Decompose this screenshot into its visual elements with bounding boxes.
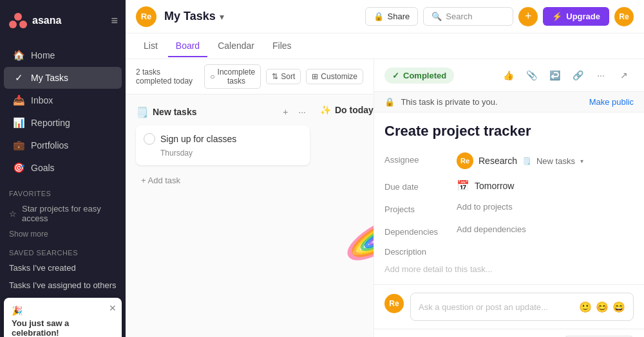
home-icon: 🏠 <box>13 50 24 61</box>
emoji-smile-icon[interactable]: 🙂 <box>579 301 592 313</box>
incomplete-tasks-filter[interactable]: ○ Incomplete tasks <box>204 64 261 89</box>
due-date-value[interactable]: 📅 Tomorrow <box>457 179 634 192</box>
topbar: Re My Tasks ▾ 🔒 Share 🔍 Search + ⚡ Upgra… <box>126 0 644 33</box>
search-box[interactable]: 🔍 Search <box>423 7 513 26</box>
sidebar-item-home[interactable]: 🏠 Home <box>4 44 122 66</box>
projects-label: Projects <box>384 202 449 214</box>
description-placeholder[interactable]: Add more detail to this task... <box>384 264 634 274</box>
make-public-button[interactable]: Make public <box>589 97 634 107</box>
add-task-button[interactable]: + Add task <box>136 170 310 190</box>
sidebar-item-inbox[interactable]: 📥 Inbox <box>4 89 122 111</box>
sidebar-item-my-tasks-label: My Tasks <box>31 73 68 83</box>
tab-board[interactable]: Board <box>168 35 207 57</box>
toast-close-button[interactable]: ✕ <box>109 303 117 313</box>
toolbar-actions: ○ Incomplete tasks ⇅ Sort ⊞ Customize <box>204 64 363 89</box>
share-icon: 🔒 <box>374 12 384 21</box>
topbar-right: 🔒 Share 🔍 Search + ⚡ Upgrade Re <box>365 7 634 26</box>
link-button[interactable]: 🔗 <box>568 66 587 85</box>
inbox-icon: 📥 <box>13 95 24 106</box>
show-more-button[interactable]: Show more <box>0 227 126 241</box>
upgrade-button[interactable]: ⚡ Upgrade <box>543 7 609 26</box>
emoji-happy-icon[interactable]: 😊 <box>596 301 609 313</box>
add-projects-button[interactable]: Add to projects <box>457 202 513 212</box>
completed-badge[interactable]: ✓ Completed <box>384 68 454 84</box>
new-tasks-add-button[interactable]: + <box>279 105 292 119</box>
add-button[interactable]: + <box>518 7 538 26</box>
dependencies-value: Add dependencies <box>457 224 634 234</box>
due-date-label: Due date <box>384 179 449 192</box>
tab-calendar[interactable]: Calendar <box>210 35 262 57</box>
my-tasks-icon: ✓ <box>13 72 24 84</box>
comment-emoji-row: 🙂 😊 😄 <box>579 301 625 313</box>
lightning-icon: ⚡ <box>552 12 562 21</box>
portfolios-icon: 💼 <box>13 140 24 151</box>
task-card-sign-up[interactable]: Sign up for classes Thursday <box>136 125 310 165</box>
sort-button[interactable]: ⇅ Sort <box>266 69 301 84</box>
due-date-field: Due date 📅 Tomorrow <box>384 179 634 192</box>
description-label: Description <box>384 247 634 257</box>
customize-button[interactable]: ⊞ Customize <box>306 69 363 84</box>
like-button[interactable]: 👍 <box>498 66 518 85</box>
add-dependencies-button[interactable]: Add dependencies <box>457 224 526 234</box>
celebration-toast: ✕ 🎉 You just saw a celebration! Keep com… <box>4 298 122 337</box>
main-content: Re My Tasks ▾ 🔒 Share 🔍 Search + ⚡ Upgra… <box>126 0 644 337</box>
sidebar-item-portfolios-label: Portfolios <box>31 140 68 150</box>
star-projects-label: Star projects for easy access <box>22 204 117 223</box>
private-notice: 🔒 This task is private to you. Make publ… <box>374 92 644 113</box>
asana-logo: asana <box>8 10 61 31</box>
expand-button[interactable]: ↗ <box>614 66 634 85</box>
saved-searches-section-label: Saved searches <box>0 241 126 259</box>
sidebar-item-goals[interactable]: 🎯 Goals <box>4 157 122 179</box>
sidebar-toggle-button[interactable]: ≡ <box>111 14 118 28</box>
detail-actions: 👍 📎 ↩️ 🔗 ··· ↗ <box>498 66 634 85</box>
saved-search-created[interactable]: Tasks I've created <box>0 259 126 277</box>
sidebar-item-portfolios[interactable]: 💼 Portfolios <box>4 134 122 156</box>
sidebar: asana ≡ 🏠 Home ✓ My Tasks 📥 Inbox 📊 Repo… <box>0 0 126 337</box>
sidebar-item-inbox-label: Inbox <box>31 95 53 105</box>
page-title-chevron-icon[interactable]: ▾ <box>220 12 224 22</box>
dependencies-label: Dependencies <box>384 224 449 237</box>
sparkle-icon: ✨ <box>320 105 331 115</box>
svg-point-1 <box>9 21 17 28</box>
sidebar-item-goals-label: Goals <box>31 163 55 173</box>
detail-header: ✓ Completed 👍 📎 ↩️ 🔗 ··· ↗ <box>374 59 644 92</box>
more-button[interactable]: ··· <box>591 66 611 85</box>
reply-button[interactable]: ↩️ <box>545 66 564 85</box>
sidebar-item-reporting-label: Reporting <box>31 118 70 128</box>
board-main: 2 tasks completed today ○ Incomplete tas… <box>126 59 374 337</box>
sidebar-item-my-tasks[interactable]: ✓ My Tasks <box>4 67 122 89</box>
emoji-settings-icon[interactable]: 😄 <box>612 301 625 313</box>
page-title: My Tasks <box>164 10 216 23</box>
celebration-icon: 🎉 <box>12 305 114 316</box>
comment-box[interactable]: Ask a question or post an update... 🙂 😊 … <box>410 293 634 321</box>
task-complete-circle[interactable] <box>144 133 155 145</box>
do-today-column-header: ✨ Do today <box>320 105 374 115</box>
page-title-area: My Tasks ▾ <box>164 10 357 23</box>
toast-title: You just saw a celebration! <box>12 318 114 337</box>
comment-avatar: Re <box>384 294 404 313</box>
task-card-title: Sign up for classes <box>144 133 302 145</box>
projects-value: Add to projects <box>457 202 634 212</box>
filter-icon: ○ <box>210 72 214 81</box>
svg-point-2 <box>19 21 27 28</box>
calendar-icon: 📅 <box>457 179 469 192</box>
subnav: List Board Calendar Files <box>126 33 644 59</box>
collaborators-row: Collaborators Re U U + 🔔 Leave task <box>374 329 644 337</box>
comment-input-row: Re Ask a question or post an update... 🙂… <box>384 293 634 321</box>
saved-search-assigned[interactable]: Tasks I've assigned to others <box>0 277 126 294</box>
new-tasks-column: 🗒️ New tasks + ··· Sign up for classes <box>136 105 310 327</box>
assignee-value[interactable]: Re Research 🗒️ New tasks ▾ <box>457 152 634 169</box>
reporting-icon: 📊 <box>13 117 24 129</box>
sidebar-item-reporting[interactable]: 📊 Reporting <box>4 112 122 134</box>
attach-button[interactable]: 📎 <box>522 66 541 85</box>
unicorn-illustration <box>320 122 374 263</box>
tab-list[interactable]: List <box>136 35 166 57</box>
new-tasks-more-button[interactable]: ··· <box>294 105 310 119</box>
star-projects-item[interactable]: ☆ Star projects for easy access <box>0 200 126 227</box>
new-tasks-column-header: 🗒️ New tasks + ··· <box>136 105 310 119</box>
share-button[interactable]: 🔒 Share <box>365 7 419 26</box>
assignee-label: Assignee <box>384 152 449 165</box>
tab-files[interactable]: Files <box>265 35 299 57</box>
sort-icon: ⇅ <box>272 72 278 81</box>
project-indicator: 🗒️ <box>522 157 531 165</box>
